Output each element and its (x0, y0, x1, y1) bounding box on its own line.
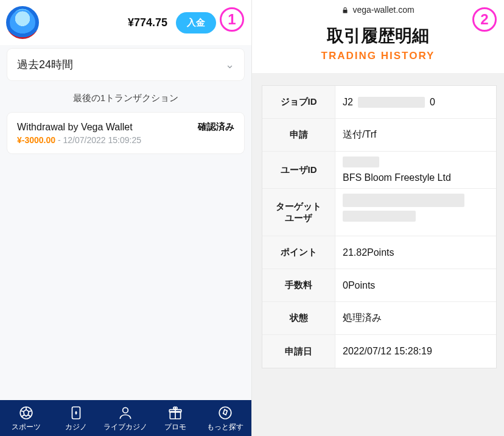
url-bar[interactable]: vega-wallet.com (252, 0, 504, 18)
url-text: vega-wallet.com (352, 5, 414, 15)
redacted-block (343, 194, 464, 207)
lock-icon (341, 6, 349, 13)
deposit-button[interactable]: 入金 (176, 12, 216, 33)
balance-amount: ¥774.75 (44, 16, 171, 29)
nav-more-label: もっと探す (207, 422, 243, 432)
label-target-user-l2: ユーザ (285, 213, 312, 224)
compass-icon (217, 405, 233, 421)
label-target-user-l1: ターゲット (276, 201, 321, 213)
transaction-card[interactable]: Withdrawal by Vega Wallet 確認済み ¥-3000.00… (7, 113, 244, 153)
label-request: 申請 (262, 119, 335, 151)
row-points: ポイント 21.82Points (262, 236, 496, 269)
detail-body: ジョブID J2 0 申請 送付/Trf ユーザID BFS Bloom Fre… (252, 73, 504, 436)
row-request: 申請 送付/Trf (262, 119, 496, 152)
left-header: ¥774.75 入金 (0, 0, 251, 45)
value-status: 処理済み (335, 302, 496, 334)
nav-sports[interactable]: スポーツ (1, 405, 51, 432)
transaction-separator: - (55, 135, 63, 145)
app-logo[interactable] (6, 6, 39, 39)
value-target-user (335, 189, 496, 236)
label-applied-date: 申請日 (262, 335, 335, 368)
transaction-datetime: 12/07/2022 15:09:25 (63, 135, 141, 145)
label-points: ポイント (262, 236, 335, 269)
soccer-icon (18, 405, 34, 421)
svg-point-2 (123, 407, 128, 413)
label-status: 状態 (262, 302, 335, 334)
value-user-id: BFS Bloom Freestyle Ltd (335, 152, 496, 188)
nav-livecasino[interactable]: ライブカジノ (101, 405, 151, 432)
bottom-nav: スポーツ カジノ ライブカジノ プロモ もっと探す (0, 400, 251, 436)
redacted-block (358, 97, 425, 108)
right-pane: 2 vega-wallet.com 取引履歴明細 TRADING HISTORY… (252, 0, 504, 436)
time-filter-label: 過去24時間 (17, 57, 73, 72)
nav-casino-label: カジノ (65, 422, 87, 432)
left-empty-space (0, 153, 251, 400)
annotation-badge-2: 2 (472, 7, 497, 32)
label-fee: 手数料 (262, 269, 335, 301)
time-filter-dropdown[interactable]: 過去24時間 ⌄ (7, 49, 244, 80)
redacted-block (343, 156, 379, 167)
page-title: 取引履歴明細 (252, 24, 504, 47)
dealer-icon (117, 405, 133, 421)
label-target-user: ターゲット ユーザ (262, 189, 335, 236)
row-target-user: ターゲット ユーザ (262, 189, 496, 236)
card-icon (68, 405, 84, 421)
row-user-id: ユーザID BFS Bloom Freestyle Ltd (262, 152, 496, 189)
nav-promo-label: プロモ (164, 422, 186, 432)
job-id-prefix: J2 (343, 97, 353, 108)
user-id-text: BFS Bloom Freestyle Ltd (343, 172, 451, 183)
last-transaction-heading: 最後の1トランザクション (0, 88, 251, 113)
row-applied-date: 申請日 2022/07/12 15:28:19 (262, 335, 496, 368)
annotation-badge-1: 1 (220, 7, 244, 32)
row-job-id: ジョブID J2 0 (262, 86, 496, 119)
value-request: 送付/Trf (335, 119, 496, 151)
gift-icon (167, 405, 183, 421)
job-id-suffix: 0 (430, 97, 435, 108)
value-fee: 0Points (335, 269, 496, 301)
nav-sports-label: スポーツ (12, 422, 41, 432)
value-applied-date: 2022/07/12 15:28:19 (335, 335, 496, 368)
nav-more[interactable]: もっと探す (200, 405, 250, 432)
value-job-id: J2 0 (335, 86, 496, 118)
detail-table: ジョブID J2 0 申請 送付/Trf ユーザID BFS Bloom Fre… (262, 85, 497, 368)
left-pane: 1 ¥774.75 入金 過去24時間 ⌄ 最後の1トランザクション Withd… (0, 0, 252, 436)
row-status: 状態 処理済み (262, 302, 496, 335)
nav-promo[interactable]: プロモ (150, 405, 200, 432)
chevron-down-icon: ⌄ (225, 58, 234, 71)
value-points: 21.82Points (335, 236, 496, 269)
transaction-title: Withdrawal by Vega Wallet (17, 122, 133, 133)
page-subtitle: TRADING HISTORY (252, 50, 504, 62)
row-fee: 手数料 0Points (262, 269, 496, 302)
transaction-status: 確認済み (198, 121, 234, 133)
label-user-id: ユーザID (262, 152, 335, 188)
label-job-id: ジョブID (262, 86, 335, 118)
nav-livecasino-label: ライブカジノ (103, 422, 147, 432)
nav-casino[interactable]: カジノ (51, 405, 101, 432)
transaction-amount: ¥-3000.00 (17, 135, 55, 145)
redacted-block (343, 211, 416, 222)
svg-point-5 (219, 407, 231, 419)
